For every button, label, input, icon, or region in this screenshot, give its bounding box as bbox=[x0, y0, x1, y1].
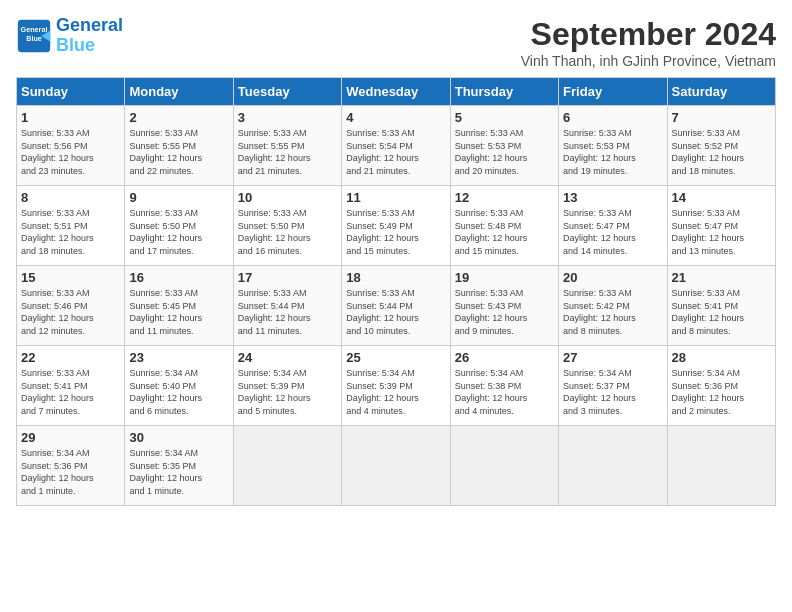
cell-content: Sunrise: 5:33 AM Sunset: 5:47 PM Dayligh… bbox=[672, 207, 771, 257]
day-number: 29 bbox=[21, 430, 120, 445]
calendar-cell: 6Sunrise: 5:33 AM Sunset: 5:53 PM Daylig… bbox=[559, 106, 667, 186]
calendar-cell: 19Sunrise: 5:33 AM Sunset: 5:43 PM Dayli… bbox=[450, 266, 558, 346]
calendar-cell: 14Sunrise: 5:33 AM Sunset: 5:47 PM Dayli… bbox=[667, 186, 775, 266]
calendar-cell: 23Sunrise: 5:34 AM Sunset: 5:40 PM Dayli… bbox=[125, 346, 233, 426]
calendar-cell: 29Sunrise: 5:34 AM Sunset: 5:36 PM Dayli… bbox=[17, 426, 125, 506]
cell-content: Sunrise: 5:33 AM Sunset: 5:44 PM Dayligh… bbox=[346, 287, 445, 337]
calendar-cell: 7Sunrise: 5:33 AM Sunset: 5:52 PM Daylig… bbox=[667, 106, 775, 186]
day-number: 12 bbox=[455, 190, 554, 205]
calendar-cell: 16Sunrise: 5:33 AM Sunset: 5:45 PM Dayli… bbox=[125, 266, 233, 346]
header-row: SundayMondayTuesdayWednesdayThursdayFrid… bbox=[17, 78, 776, 106]
cell-content: Sunrise: 5:33 AM Sunset: 5:50 PM Dayligh… bbox=[129, 207, 228, 257]
day-number: 22 bbox=[21, 350, 120, 365]
week-row-3: 15Sunrise: 5:33 AM Sunset: 5:46 PM Dayli… bbox=[17, 266, 776, 346]
day-number: 2 bbox=[129, 110, 228, 125]
cell-content: Sunrise: 5:34 AM Sunset: 5:36 PM Dayligh… bbox=[672, 367, 771, 417]
title-area: September 2024 Vinh Thanh, inh GJinh Pro… bbox=[521, 16, 776, 69]
day-number: 11 bbox=[346, 190, 445, 205]
cell-content: Sunrise: 5:33 AM Sunset: 5:43 PM Dayligh… bbox=[455, 287, 554, 337]
cell-content: Sunrise: 5:33 AM Sunset: 5:56 PM Dayligh… bbox=[21, 127, 120, 177]
cell-content: Sunrise: 5:33 AM Sunset: 5:45 PM Dayligh… bbox=[129, 287, 228, 337]
calendar-cell: 2Sunrise: 5:33 AM Sunset: 5:55 PM Daylig… bbox=[125, 106, 233, 186]
day-number: 18 bbox=[346, 270, 445, 285]
calendar-cell: 22Sunrise: 5:33 AM Sunset: 5:41 PM Dayli… bbox=[17, 346, 125, 426]
day-number: 13 bbox=[563, 190, 662, 205]
calendar-cell: 8Sunrise: 5:33 AM Sunset: 5:51 PM Daylig… bbox=[17, 186, 125, 266]
cell-content: Sunrise: 5:34 AM Sunset: 5:40 PM Dayligh… bbox=[129, 367, 228, 417]
cell-content: Sunrise: 5:33 AM Sunset: 5:55 PM Dayligh… bbox=[238, 127, 337, 177]
cell-content: Sunrise: 5:33 AM Sunset: 5:46 PM Dayligh… bbox=[21, 287, 120, 337]
cell-content: Sunrise: 5:34 AM Sunset: 5:37 PM Dayligh… bbox=[563, 367, 662, 417]
cell-content: Sunrise: 5:33 AM Sunset: 5:55 PM Dayligh… bbox=[129, 127, 228, 177]
cell-content: Sunrise: 5:34 AM Sunset: 5:39 PM Dayligh… bbox=[238, 367, 337, 417]
calendar-cell: 5Sunrise: 5:33 AM Sunset: 5:53 PM Daylig… bbox=[450, 106, 558, 186]
cell-content: Sunrise: 5:34 AM Sunset: 5:39 PM Dayligh… bbox=[346, 367, 445, 417]
svg-text:Blue: Blue bbox=[26, 34, 42, 43]
cell-content: Sunrise: 5:33 AM Sunset: 5:52 PM Dayligh… bbox=[672, 127, 771, 177]
cell-content: Sunrise: 5:33 AM Sunset: 5:54 PM Dayligh… bbox=[346, 127, 445, 177]
day-number: 10 bbox=[238, 190, 337, 205]
day-number: 24 bbox=[238, 350, 337, 365]
cell-content: Sunrise: 5:33 AM Sunset: 5:41 PM Dayligh… bbox=[672, 287, 771, 337]
calendar-cell: 25Sunrise: 5:34 AM Sunset: 5:39 PM Dayli… bbox=[342, 346, 450, 426]
calendar-cell: 18Sunrise: 5:33 AM Sunset: 5:44 PM Dayli… bbox=[342, 266, 450, 346]
day-number: 4 bbox=[346, 110, 445, 125]
cell-content: Sunrise: 5:33 AM Sunset: 5:48 PM Dayligh… bbox=[455, 207, 554, 257]
calendar-cell bbox=[559, 426, 667, 506]
calendar-cell: 1Sunrise: 5:33 AM Sunset: 5:56 PM Daylig… bbox=[17, 106, 125, 186]
calendar-cell: 21Sunrise: 5:33 AM Sunset: 5:41 PM Dayli… bbox=[667, 266, 775, 346]
calendar-cell: 26Sunrise: 5:34 AM Sunset: 5:38 PM Dayli… bbox=[450, 346, 558, 426]
week-row-2: 8Sunrise: 5:33 AM Sunset: 5:51 PM Daylig… bbox=[17, 186, 776, 266]
header-thursday: Thursday bbox=[450, 78, 558, 106]
day-number: 3 bbox=[238, 110, 337, 125]
day-number: 14 bbox=[672, 190, 771, 205]
day-number: 20 bbox=[563, 270, 662, 285]
day-number: 6 bbox=[563, 110, 662, 125]
week-row-5: 29Sunrise: 5:34 AM Sunset: 5:36 PM Dayli… bbox=[17, 426, 776, 506]
calendar-cell: 10Sunrise: 5:33 AM Sunset: 5:50 PM Dayli… bbox=[233, 186, 341, 266]
day-number: 28 bbox=[672, 350, 771, 365]
calendar-cell: 30Sunrise: 5:34 AM Sunset: 5:35 PM Dayli… bbox=[125, 426, 233, 506]
header-sunday: Sunday bbox=[17, 78, 125, 106]
day-number: 15 bbox=[21, 270, 120, 285]
calendar-cell: 20Sunrise: 5:33 AM Sunset: 5:42 PM Dayli… bbox=[559, 266, 667, 346]
calendar-cell: 28Sunrise: 5:34 AM Sunset: 5:36 PM Dayli… bbox=[667, 346, 775, 426]
calendar-cell: 9Sunrise: 5:33 AM Sunset: 5:50 PM Daylig… bbox=[125, 186, 233, 266]
calendar-cell: 12Sunrise: 5:33 AM Sunset: 5:48 PM Dayli… bbox=[450, 186, 558, 266]
calendar-title: September 2024 bbox=[521, 16, 776, 53]
week-row-4: 22Sunrise: 5:33 AM Sunset: 5:41 PM Dayli… bbox=[17, 346, 776, 426]
cell-content: Sunrise: 5:33 AM Sunset: 5:51 PM Dayligh… bbox=[21, 207, 120, 257]
day-number: 1 bbox=[21, 110, 120, 125]
day-number: 5 bbox=[455, 110, 554, 125]
day-number: 8 bbox=[21, 190, 120, 205]
day-number: 16 bbox=[129, 270, 228, 285]
day-number: 27 bbox=[563, 350, 662, 365]
week-row-1: 1Sunrise: 5:33 AM Sunset: 5:56 PM Daylig… bbox=[17, 106, 776, 186]
svg-text:General: General bbox=[21, 25, 48, 34]
day-number: 7 bbox=[672, 110, 771, 125]
day-number: 23 bbox=[129, 350, 228, 365]
cell-content: Sunrise: 5:33 AM Sunset: 5:47 PM Dayligh… bbox=[563, 207, 662, 257]
cell-content: Sunrise: 5:34 AM Sunset: 5:36 PM Dayligh… bbox=[21, 447, 120, 497]
cell-content: Sunrise: 5:34 AM Sunset: 5:35 PM Dayligh… bbox=[129, 447, 228, 497]
day-number: 21 bbox=[672, 270, 771, 285]
cell-content: Sunrise: 5:33 AM Sunset: 5:41 PM Dayligh… bbox=[21, 367, 120, 417]
day-number: 17 bbox=[238, 270, 337, 285]
day-number: 26 bbox=[455, 350, 554, 365]
header-friday: Friday bbox=[559, 78, 667, 106]
cell-content: Sunrise: 5:34 AM Sunset: 5:38 PM Dayligh… bbox=[455, 367, 554, 417]
day-number: 25 bbox=[346, 350, 445, 365]
calendar-cell: 13Sunrise: 5:33 AM Sunset: 5:47 PM Dayli… bbox=[559, 186, 667, 266]
header-wednesday: Wednesday bbox=[342, 78, 450, 106]
calendar-cell: 4Sunrise: 5:33 AM Sunset: 5:54 PM Daylig… bbox=[342, 106, 450, 186]
calendar-cell bbox=[667, 426, 775, 506]
calendar-cell bbox=[450, 426, 558, 506]
day-number: 19 bbox=[455, 270, 554, 285]
calendar-cell: 15Sunrise: 5:33 AM Sunset: 5:46 PM Dayli… bbox=[17, 266, 125, 346]
day-number: 9 bbox=[129, 190, 228, 205]
cell-content: Sunrise: 5:33 AM Sunset: 5:49 PM Dayligh… bbox=[346, 207, 445, 257]
calendar-cell: 27Sunrise: 5:34 AM Sunset: 5:37 PM Dayli… bbox=[559, 346, 667, 426]
cell-content: Sunrise: 5:33 AM Sunset: 5:53 PM Dayligh… bbox=[563, 127, 662, 177]
calendar-cell: 11Sunrise: 5:33 AM Sunset: 5:49 PM Dayli… bbox=[342, 186, 450, 266]
cell-content: Sunrise: 5:33 AM Sunset: 5:53 PM Dayligh… bbox=[455, 127, 554, 177]
